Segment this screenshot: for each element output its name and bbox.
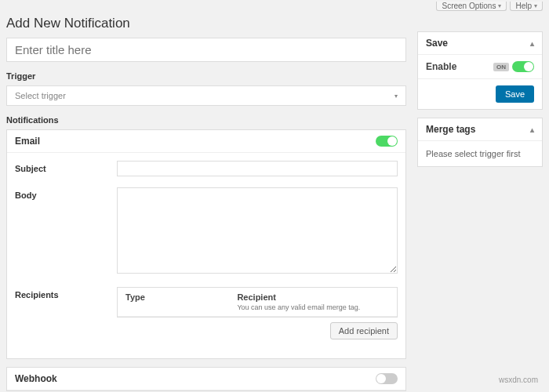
watermark: wsxdn.com	[499, 376, 538, 384]
save-button[interactable]: Save	[496, 85, 534, 103]
caret-down-icon: ▾	[394, 93, 398, 100]
recipient-header-text: Recipient	[237, 292, 389, 302]
body-label: Body	[15, 187, 117, 200]
email-panel-title: Email	[15, 136, 40, 147]
save-panel-header[interactable]: Save ▴	[418, 32, 542, 55]
help-tab[interactable]: Help ▾	[510, 2, 543, 11]
body-textarea[interactable]	[117, 187, 398, 274]
page-title: Add New Notification	[6, 16, 406, 31]
caret-up-icon[interactable]: ▴	[530, 39, 534, 48]
save-panel: Save ▴ Enable ON Save	[417, 31, 543, 110]
webhook-panel-title: Webhook	[15, 373, 57, 384]
screen-options-label: Screen Options	[442, 2, 496, 10]
recipient-hint: You can use any valid email merge tag.	[237, 303, 360, 311]
notification-title-input[interactable]	[6, 38, 406, 62]
caret-up-icon[interactable]: ▴	[530, 125, 534, 134]
recipients-recipient-header: Recipient You can use any valid email me…	[229, 288, 397, 316]
merge-tags-header[interactable]: Merge tags ▴	[418, 118, 542, 141]
caret-down-icon: ▾	[534, 2, 537, 10]
webhook-panel: Webhook	[6, 367, 406, 391]
merge-tags-title: Merge tags	[426, 124, 475, 135]
recipients-type-header: Type	[118, 288, 229, 316]
merge-tags-panel: Merge tags ▴ Please select trigger first	[417, 118, 543, 167]
trigger-select-placeholder: Select trigger	[15, 91, 66, 100]
recipients-table: Type Recipient You can use any valid ema…	[117, 287, 398, 318]
email-panel: Email Subject Body Recipients	[6, 129, 406, 359]
save-panel-title: Save	[426, 38, 448, 49]
merge-tags-empty: Please select trigger first	[418, 141, 542, 166]
enable-toggle[interactable]	[512, 61, 534, 72]
webhook-toggle[interactable]	[376, 373, 398, 384]
email-panel-header[interactable]: Email	[7, 130, 405, 153]
help-label: Help	[515, 2, 532, 10]
trigger-heading: Trigger	[6, 71, 406, 81]
enable-label: Enable	[426, 61, 456, 72]
webhook-panel-header[interactable]: Webhook	[7, 368, 405, 390]
add-recipient-button[interactable]: Add recipient	[330, 322, 398, 339]
on-badge: ON	[493, 63, 509, 71]
email-toggle[interactable]	[376, 136, 398, 147]
screen-options-tab[interactable]: Screen Options ▾	[436, 2, 507, 11]
subject-label: Subject	[15, 161, 117, 173]
caret-down-icon: ▾	[498, 2, 501, 10]
trigger-select[interactable]: Select trigger ▾	[6, 85, 406, 106]
notifications-heading: Notifications	[6, 115, 406, 125]
subject-input[interactable]	[117, 161, 398, 176]
recipients-label: Recipients	[15, 287, 117, 299]
